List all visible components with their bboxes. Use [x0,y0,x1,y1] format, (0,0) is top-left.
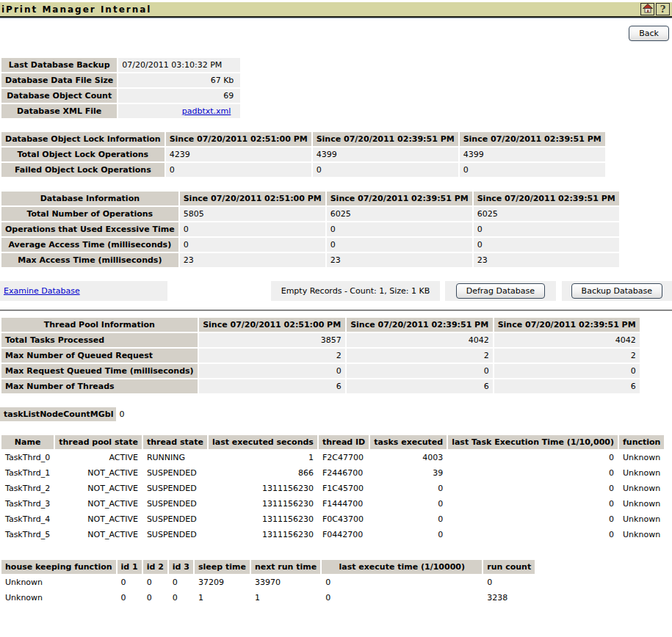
cell-value: 37209 [195,575,250,589]
cell-value: 1 [195,591,250,605]
cell-value: TaskThrd_0 [1,451,54,465]
cell-value: 0 [460,163,605,177]
cell-value: F0442700 [319,528,369,542]
table-header-row: Thread Pool Information Since 07/20/2011… [1,318,640,332]
column-header: last executed seconds [209,435,317,449]
row-label: Database Object Count [1,89,117,103]
threads-table: Name thread pool state thread state last… [0,434,665,543]
cell-value: 6 [494,379,640,393]
cell-value: 1 [251,591,320,605]
table-row: Database XML File padbtxt.xml [1,104,240,118]
cell-value: 0 [448,528,618,542]
cell-value: Unknown [619,451,664,465]
cell-value: 0 [118,575,142,589]
cell-value: 0 [118,591,142,605]
cell-value: 23 [180,253,325,267]
cell-value: 1311156230 [209,528,317,542]
cell-value: 866 [209,466,317,480]
section-divider [0,310,672,311]
cell-value: 0 [143,575,167,589]
row-label: Database XML File [1,104,117,118]
cell-value: 0 [474,238,619,252]
cell-value: 6 [347,379,493,393]
cell-value: 4399 [460,148,605,161]
cell-value: 1 [209,451,317,465]
cell-value: 1311156230 [209,497,317,511]
title-bar: iPrint Manager Internal ? [0,2,672,18]
row-label: Total Number of Operations [1,207,178,221]
column-header: Since 07/20/2011 02:39:51 PM [327,192,472,205]
cell-value: NOT_ACTIVE [55,528,142,542]
defrag-cell: Defrag Database [445,281,555,301]
backup-database-button[interactable]: Backup Database [571,283,662,299]
cell-value: F1C45700 [319,481,369,495]
defrag-database-button[interactable]: Defrag Database [456,283,545,299]
cell-value: 0 [448,497,618,511]
cell-value: SUSPENDED [143,497,207,511]
cell-value: F1444700 [319,497,369,511]
row-label: Operations that Used Excessive Time [1,222,178,236]
row-label: Max Access Time (milliseconds) [1,253,178,267]
help-button[interactable]: ? [656,3,670,15]
home-icon [643,4,653,15]
cell-value: NOT_ACTIVE [55,481,142,495]
table-row: TaskThrd_0 ACTIVE RUNNING 1 F2C47700 400… [1,451,664,465]
cell-value: 0 [327,222,472,236]
column-header: next run time [251,560,320,574]
column-header: thread state [143,435,207,449]
cell-value: 0 [448,451,618,465]
row-label: Total Tasks Processed [1,333,198,347]
cell-value: 6 [199,379,345,393]
table-header-row: house keeping function id 1 id 2 id 3 sl… [1,560,535,574]
cell-value: RUNNING [143,451,207,465]
table-row: Total Tasks Processed 3857 4042 4042 [1,333,640,347]
cell-value: 0 [180,238,325,252]
cell-value: 0 [370,497,447,511]
cell-value: 33970 [251,575,320,589]
column-header: function [619,435,664,449]
cell-value: 39 [370,466,447,480]
home-button[interactable] [640,3,654,15]
cell-value: 0 [313,163,458,177]
table-row: Max Number of Threads 6 6 6 [1,379,640,393]
column-header: thread pool state [55,435,142,449]
cell-value: Unknown [619,466,664,480]
database-actions-row: Examine Database Empty Records - Count: … [0,281,672,301]
table-row: Max Number of Queued Request 2 2 2 [1,349,640,363]
cell-value: 0 [199,364,345,378]
cell-value: F0C43700 [319,512,369,526]
cell-value: 0 [327,238,472,252]
column-header: id 2 [143,560,167,574]
row-label: Total Object Lock Operations [1,148,165,161]
table-title: Database Object Lock Information [1,132,165,146]
column-header: run count [483,560,535,574]
cell-value: 0 [448,481,618,495]
table-header-row: Name thread pool state thread state last… [1,435,664,449]
cell-value: 5805 [180,207,325,221]
row-label: Max Number of Threads [1,379,198,393]
cell-value: 0 [448,466,618,480]
table-row: Unknown 0 0 0 1 1 0 3238 [1,591,535,605]
back-button[interactable]: Back [629,26,669,41]
row-label: Max Number of Queued Request [1,349,198,363]
cell-value: padbtxt.xml [118,104,240,118]
titlebar-underline [0,18,672,18]
database-xml-file-link[interactable]: padbtxt.xml [182,106,231,116]
table-header-row: Database Information Since 07/20/2011 02… [1,192,619,205]
cell-value: 4003 [370,451,447,465]
table-row: TaskThrd_1 NOT_ACTIVE SUSPENDED 866 F244… [1,466,664,480]
table-row: Failed Object Lock Operations 0 0 0 [1,163,605,177]
table-row: TaskThrd_2 NOT_ACTIVE SUSPENDED 13111562… [1,481,664,495]
cell-value: F2C47700 [319,451,369,465]
column-header: Since 07/20/2011 02:51:00 PM [166,132,311,146]
column-header: id 1 [118,560,142,574]
cell-value: SUSPENDED [143,528,207,542]
column-header: Since 07/20/2011 02:39:51 PM [494,318,640,332]
cell-value: 2 [494,349,640,363]
empty-records-status: Empty Records - Count: 1, Size: 1 KB [271,281,440,301]
page-title: iPrint Manager Internal [1,4,151,15]
row-label: Average Access Time (milliseconds) [1,238,178,252]
cell-value: TaskThrd_3 [1,497,54,511]
examine-database-link[interactable]: Examine Database [4,286,80,296]
examine-database-cell: Examine Database [0,281,167,301]
